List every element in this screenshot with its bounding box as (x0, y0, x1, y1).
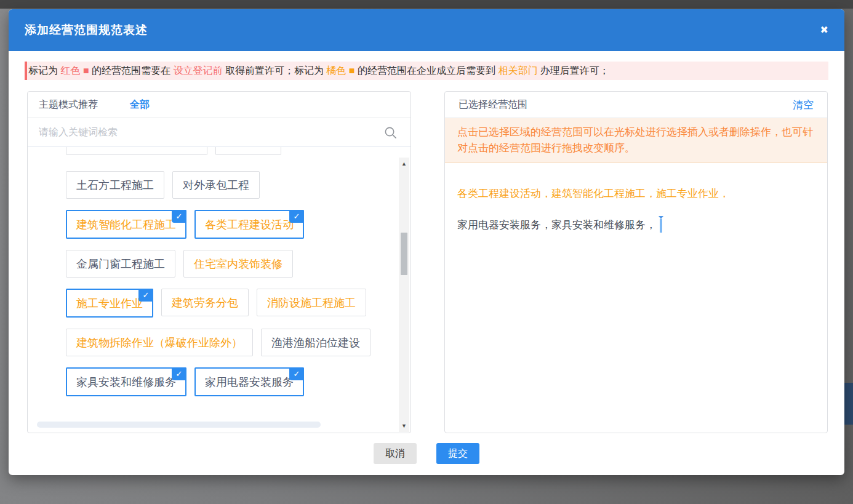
selected-scope-text: 各类工程建设活动，建筑智能化工程施工，施工专业作业， (457, 188, 729, 199)
alert-segment: 办理后置许可； (537, 65, 609, 76)
scope-tag-label: 渔港渔船泊位建设 (271, 335, 360, 350)
scope-tag-label: 家具安装和维修服务 (76, 375, 176, 390)
check-icon: ✓ (172, 367, 186, 380)
check-icon: ✓ (289, 367, 304, 380)
tag-row: 建筑智能化工程施工✓各类工程建设活动✓ (66, 210, 410, 239)
scope-tag[interactable]: 各类工程建设活动✓ (194, 210, 304, 239)
add-business-scope-dialog: 添加经营范围规范表述 ✖ 标记为 红色 ■ 的经营范围需要在 设立登记前 取得前… (9, 9, 844, 475)
close-icon[interactable]: ✖ (820, 25, 828, 35)
page-top-strip (0, 0, 853, 9)
red-square-icon: ■ (80, 65, 92, 76)
scrollbar-thumb[interactable] (401, 233, 407, 275)
alert-segment: 的经营范围需要在 (92, 65, 173, 76)
alert-segment: 的经营范围在企业成立后需要到 (358, 65, 498, 76)
scope-tag-label: 建筑智能化工程施工 (76, 217, 176, 232)
clear-all-link[interactable]: 清空 (793, 98, 814, 112)
search-row (28, 118, 410, 147)
scope-tag-label: 对外承包工程 (183, 178, 249, 193)
scope-tag[interactable]: 对外承包工程 (172, 171, 260, 199)
tag-row: 土石方工程施工对外承包工程 (66, 171, 410, 199)
scope-tag[interactable]: 渔港渔船泊位建设 (261, 329, 370, 356)
scroll-up-icon[interactable]: ▲ (399, 161, 409, 167)
tab-theme-mode[interactable]: 主题模式推荐 (39, 98, 98, 111)
selected-panel-title: 已选择经营范围 (459, 98, 527, 111)
scope-tag-list: 土石方工程施工对外承包工程建筑智能化工程施工✓各类工程建设活动✓金属门窗工程施工… (28, 147, 410, 433)
selected-scope-text: 家用电器安装服务，家具安装和维修服务， (457, 219, 656, 231)
scope-tag-label: 各类工程建设活动 (205, 217, 294, 232)
tag-row: 建筑物拆除作业（爆破作业除外）渔港渔船泊位建设 (66, 329, 410, 356)
picker-tabs: 主题模式推荐 全部 (28, 92, 410, 118)
tag-row: 家具安装和维修服务✓家用电器安装服务✓ (66, 367, 410, 396)
vertical-scrollbar[interactable]: ▲ ▼ (399, 158, 409, 432)
legend-alert-bar: 标记为 红色 ■ 的经营范围需要在 设立登记前 取得前置许可；标记为 橘色 ■ … (25, 62, 828, 80)
scope-tag[interactable]: 建筑劳务分包 (161, 289, 249, 316)
selected-scope-panel: 已选择经营范围 清空 点击已选择区域的经营范围可以在光标处进行选择插入或者删除操… (444, 91, 828, 433)
search-icon[interactable] (384, 126, 397, 139)
selected-scope-line[interactable]: 各类工程建设活动，建筑智能化工程施工，施工专业作业， (457, 186, 815, 201)
keyword-search-input[interactable] (28, 118, 410, 146)
cancel-button[interactable]: 取消 (374, 443, 417, 464)
tag-rows: 土石方工程施工对外承包工程建筑智能化工程施工✓各类工程建设活动✓金属门窗工程施工… (66, 171, 410, 396)
scope-tag[interactable]: 金属门窗工程施工 (66, 250, 175, 278)
alert-segment: 取得前置许可；标记为 (222, 65, 326, 76)
selected-content: 各类工程建设活动，建筑智能化工程施工，施工专业作业，家用电器安装服务，家具安装和… (445, 163, 827, 233)
scope-picker-panel: 主题模式推荐 全部 土石方工程施工对外承包工程建筑智能化工程施工✓各类工程建设活… (27, 91, 411, 433)
scope-tag-label: 施工专业作业 (76, 296, 143, 311)
scope-tag[interactable]: 土石方工程施工 (66, 171, 164, 199)
check-icon: ✓ (138, 289, 153, 302)
check-icon: ✓ (172, 210, 186, 223)
orange-square-icon: ■ (346, 65, 358, 76)
dialog-footer: 取消 提交 (9, 443, 844, 464)
scope-tag-label: 建筑劳务分包 (172, 295, 238, 310)
scope-tag[interactable]: 消防设施工程施工 (257, 289, 366, 316)
alert-highlight: 橘色 (326, 65, 346, 76)
alert-highlight: 设立登记前 (173, 65, 222, 76)
horizontal-scrollbar[interactable] (37, 422, 321, 428)
alert-segment: 标记为 (28, 65, 60, 76)
scope-tag[interactable]: 住宅室内装饰装修 (183, 250, 293, 278)
scope-tag-label: 家用电器安装服务 (205, 375, 294, 390)
tag-row: 施工专业作业✓建筑劳务分包消防设施工程施工 (66, 289, 410, 318)
scope-tag[interactable]: 家具安装和维修服务✓ (66, 367, 186, 396)
scope-tag-label: 住宅室内装饰装修 (194, 257, 282, 271)
submit-button[interactable]: 提交 (436, 443, 479, 464)
tag-row: 金属门窗工程施工住宅室内装饰装修 (66, 250, 410, 278)
tag-row-partial (66, 147, 410, 155)
scroll-down-icon[interactable]: ▼ (399, 423, 409, 429)
scope-tag-label: 土石方工程施工 (76, 178, 154, 193)
text-caret (660, 219, 662, 233)
check-icon: ✓ (289, 210, 304, 223)
alert-highlight: 红色 (60, 65, 80, 76)
alert-text: 标记为 红色 ■ 的经营范围需要在 设立登记前 取得前置许可；标记为 橘色 ■ … (28, 65, 609, 78)
scope-tag[interactable]: 建筑物拆除作业（爆破作业除外） (66, 329, 253, 356)
scope-tag-label: 金属门窗工程施工 (76, 257, 165, 271)
selected-panel-header: 已选择经营范围 清空 (445, 92, 827, 118)
selected-panel-notice: 点击已选择区域的经营范围可以在光标处进行选择插入或者删除操作，也可针对点击的经营… (445, 118, 827, 163)
dialog-header: 添加经营范围规范表述 ✖ (9, 9, 844, 51)
selected-scope-line[interactable]: 家用电器安装服务，家具安装和维修服务， (457, 218, 815, 233)
tag-partial[interactable] (66, 147, 207, 155)
scope-tag[interactable]: 建筑智能化工程施工✓ (66, 210, 186, 239)
alert-highlight: 相关部门 (498, 65, 537, 76)
dialog-title: 添加经营范围规范表述 (25, 22, 148, 38)
scope-tag[interactable]: 施工专业作业✓ (66, 289, 153, 318)
scope-tag-label: 消防设施工程施工 (267, 295, 356, 310)
scope-tag-label: 建筑物拆除作业（爆破作业除外） (76, 335, 242, 350)
tab-all[interactable]: 全部 (130, 98, 150, 111)
tag-partial[interactable] (215, 147, 281, 155)
underlying-page-fragment (844, 383, 853, 425)
scope-tag[interactable]: 家用电器安装服务✓ (194, 367, 304, 396)
